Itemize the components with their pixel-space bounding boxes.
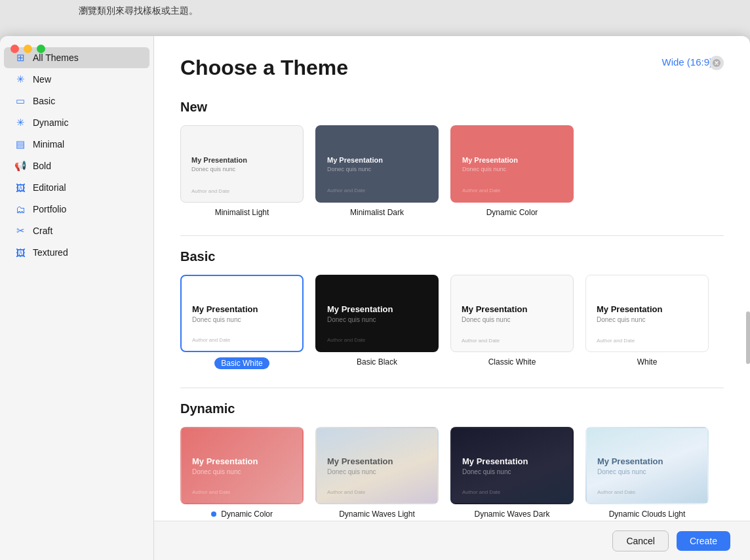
create-button[interactable]: Create (677, 531, 730, 551)
sidebar-item-bold[interactable]: 📢 Bold (4, 155, 149, 176)
theme-card-dynamic-color[interactable]: My Presentation Donec quis nunc Author a… (180, 427, 304, 519)
pres-subtitle: Donec quis nunc (327, 468, 427, 475)
sidebar-item-label: All Themes (33, 52, 79, 63)
theme-thumbnail: My Presentation Donec quis nunc Author a… (450, 275, 574, 352)
sidebar-item-label: Textured (33, 247, 68, 258)
sidebar-item-craft[interactable]: ✂ Craft (4, 220, 149, 241)
pres-author: Author and Date (462, 338, 500, 344)
theme-thumbnail: My Presentation Donec quis nunc Author a… (450, 427, 574, 504)
pres-author: Author and Date (597, 338, 635, 344)
theme-thumbnail: My Presentation Donec quis nunc Author a… (180, 275, 304, 352)
theme-card-basic-black[interactable]: My Presentation Donec quis nunc Author a… (315, 275, 439, 369)
pres-author: Author and Date (327, 188, 365, 193)
close-button[interactable] (10, 45, 19, 53)
theme-label: Dynamic Color (486, 208, 538, 217)
sidebar-item-label: Dynamic (33, 117, 68, 128)
pres-title: My Presentation (462, 456, 562, 466)
bold-icon: 📢 (14, 160, 26, 172)
pres-subtitle: Donec quis nunc (191, 166, 292, 172)
traffic-lights (10, 45, 45, 53)
sidebar-item-dynamic[interactable]: ✳ Dynamic (4, 112, 149, 133)
theme-label: Basic Black (357, 357, 397, 367)
pres-author: Author and Date (462, 188, 500, 193)
main-content: Choose a Theme Wide (16:9) ⌄ New My Pres… (154, 36, 750, 560)
sidebar-item-minimal[interactable]: ▤ Minimal (4, 134, 149, 155)
pres-subtitle: Donec quis nunc (192, 316, 292, 323)
tooltip: 瀏覽類別來尋找樣板或主題。 (79, 5, 198, 17)
theme-thumbnail: My Presentation Donec quis nunc Author a… (180, 125, 304, 203)
theme-label: Dynamic Waves Dark (475, 510, 550, 519)
portfolio-icon: 🗂 (14, 203, 26, 215)
new-theme-grid: My Presentation Donec quis nunc Author a… (180, 125, 724, 217)
pres-subtitle: Donec quis nunc (327, 166, 427, 172)
pres-title: My Presentation (192, 456, 292, 466)
pres-title: My Presentation (462, 156, 562, 164)
sidebar-item-editorial[interactable]: 🖼 Editorial (4, 177, 149, 198)
pres-title: My Presentation (597, 304, 698, 314)
sidebar-item-portfolio[interactable]: 🗂 Portfolio (4, 199, 149, 220)
pres-subtitle: Donec quis nunc (462, 316, 562, 323)
theme-card-minimalist-light[interactable]: My Presentation Donec quis nunc Author a… (180, 125, 304, 217)
theme-card-dynamic-waves-dark[interactable]: My Presentation Donec quis nunc Author a… (450, 427, 574, 519)
basic-section-title: Basic (180, 249, 724, 264)
sidebar-item-label: Editorial (33, 182, 66, 193)
new-section-title: New (180, 100, 724, 115)
theme-card-dynamic-waves-light[interactable]: My Presentation Donec quis nunc Author a… (315, 427, 439, 519)
main-header: Choose a Theme Wide (16:9) ⌄ (180, 56, 724, 80)
sidebar-item-textured[interactable]: 🖼 Textured (4, 242, 149, 263)
pres-title: My Presentation (462, 304, 562, 314)
dynamic-section: Dynamic My Presentation Donec quis nunc … (180, 401, 724, 519)
theme-thumbnail: My Presentation Donec quis nunc Author a… (450, 125, 574, 203)
sidebar-item-new[interactable]: ✳ New (4, 69, 149, 90)
pres-author: Author and Date (192, 337, 230, 343)
window: ⊞ All Themes ✳ New ▭ Basic ✳ Dynamic ▤ M… (0, 36, 750, 560)
pres-author: Author and Date (191, 188, 229, 194)
craft-icon: ✂ (14, 225, 26, 237)
basic-section: Basic My Presentation Donec quis nunc Au… (180, 249, 724, 369)
pres-title: My Presentation (191, 156, 292, 164)
editorial-icon: 🖼 (14, 182, 26, 193)
theme-label: Dynamic Waves Light (339, 510, 415, 519)
dynamic-theme-grid: My Presentation Donec quis nunc Author a… (180, 427, 724, 519)
minimize-button[interactable] (24, 45, 32, 53)
theme-label: Minimalist Dark (350, 208, 404, 217)
pres-title: My Presentation (327, 456, 427, 466)
sidebar-item-label: Bold (33, 161, 51, 171)
sidebar-item-label: Basic (33, 96, 55, 106)
scrollbar[interactable] (746, 311, 750, 364)
all-themes-icon: ⊞ (14, 52, 26, 64)
maximize-button[interactable] (37, 45, 45, 53)
theme-card-minimalist-dark[interactable]: My Presentation Donec quis nunc Author a… (315, 125, 439, 217)
theme-thumbnail: My Presentation Donec quis nunc Author a… (315, 427, 439, 504)
close-new-section-button[interactable] (709, 56, 724, 70)
new-icon: ✳ (14, 73, 26, 85)
basic-theme-grid: My Presentation Donec quis nunc Author a… (180, 275, 724, 369)
theme-thumbnail: My Presentation Donec quis nunc Author a… (315, 275, 439, 352)
theme-card-classic-white[interactable]: My Presentation Donec quis nunc Author a… (450, 275, 574, 369)
theme-card-dynamic-color-new[interactable]: My Presentation Donec quis nunc Author a… (450, 125, 574, 217)
pres-subtitle: Donec quis nunc (597, 316, 698, 323)
pres-subtitle: Donec quis nunc (192, 468, 292, 475)
theme-label: White (637, 357, 658, 367)
textured-icon: 🖼 (14, 247, 26, 258)
sidebar-item-basic[interactable]: ▭ Basic (4, 90, 149, 111)
theme-label-selected: Basic White (214, 357, 269, 369)
section-divider-2 (180, 388, 724, 388)
theme-label: Minimalist Light (215, 208, 269, 217)
sidebar-item-label: Craft (33, 226, 52, 236)
theme-card-dynamic-clouds-light[interactable]: My Presentation Donec quis nunc Author a… (585, 427, 709, 519)
cancel-button[interactable]: Cancel (612, 530, 669, 551)
basic-icon: ▭ (14, 95, 26, 107)
dynamic-icon: ✳ (14, 117, 26, 129)
pres-author: Author and Date (327, 337, 365, 343)
pres-title: My Presentation (192, 304, 292, 314)
theme-card-white[interactable]: My Presentation Donec quis nunc Author a… (585, 275, 709, 369)
sidebar-item-label: New (33, 74, 51, 85)
new-section: New My Presentation Donec quis nunc Auth… (180, 100, 724, 217)
pres-title: My Presentation (327, 304, 427, 314)
pres-subtitle: Donec quis nunc (462, 166, 562, 172)
theme-thumbnail: My Presentation Donec quis nunc Author a… (180, 427, 304, 504)
theme-label: Dynamic Clouds Light (609, 510, 686, 519)
sidebar: ⊞ All Themes ✳ New ▭ Basic ✳ Dynamic ▤ M… (0, 36, 154, 560)
theme-card-basic-white[interactable]: My Presentation Donec quis nunc Author a… (180, 275, 304, 369)
